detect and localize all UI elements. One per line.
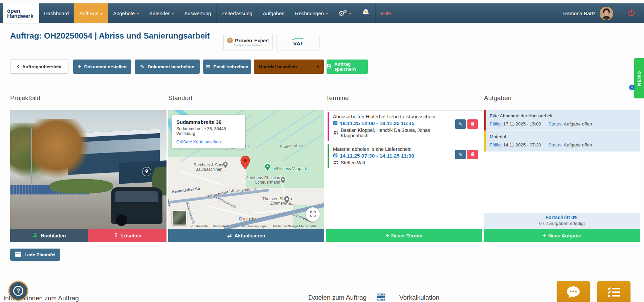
- files-stack-icon: [377, 294, 385, 302]
- aufgaben-panel: Bitte Abnahme der Abrissarbeit Fällig: 1…: [484, 110, 640, 242]
- new-termin-button[interactable]: + Neuer Termin: [326, 229, 482, 242]
- plus-icon: +: [543, 233, 546, 239]
- status-value: Aufgabe offen: [564, 142, 592, 147]
- termin-item: Abrissarbeiten Hinterhof siehe Leistungs…: [328, 112, 481, 141]
- caret-down-icon: ▾: [326, 11, 328, 16]
- map-gray-pin-icon[interactable]: [280, 177, 286, 186]
- notification-count-badge: 30: [364, 10, 368, 14]
- map-fullscreen-button[interactable]: [306, 207, 320, 222]
- google-map[interactable]: Steekgraben Steekgraben Borchers & Speer…: [168, 110, 324, 229]
- map-terms-link[interactable]: Nutzungsbedingungen: [235, 224, 267, 228]
- trash-icon: [113, 233, 118, 239]
- order-overview-button[interactable]: ‹ Auftragsübersicht: [10, 60, 68, 74]
- aufgaben-list: Bitte Abnahme der Abrissarbeit Fällig: 1…: [484, 110, 640, 229]
- page: ŏpen Handwerk Dashboard Aufträge ▾ Angeb…: [0, 0, 644, 302]
- nav-item-auftraege[interactable]: Aufträge ▾: [74, 3, 108, 23]
- refresh-icon: ⇄: [227, 232, 231, 239]
- refresh-map-button[interactable]: ⇄ Aktualisieren: [168, 229, 324, 242]
- nav-item-angebote[interactable]: Angebote ▾: [108, 3, 144, 23]
- vai-swoosh-icon: [292, 38, 304, 41]
- aufgabe-item[interactable]: Material Fällig: 14.11.2025 - 07:30 Stat…: [484, 131, 640, 152]
- envelope-icon: ✉: [206, 64, 210, 70]
- page-title: Auftrag: OH20250054 | Abriss und Sanieru…: [10, 31, 210, 41]
- map-data-link[interactable]: Kartendaten: [213, 224, 230, 228]
- google-logo[interactable]: Google: [239, 216, 256, 222]
- nav-item-zeiterfassung[interactable]: Zeiterfassung: [217, 3, 258, 23]
- caret-down-icon: ▾: [172, 11, 174, 16]
- pencil-icon: ✎: [459, 121, 463, 127]
- aufgabe-item[interactable]: Bitte Abnahme der Abrissarbeit Fällig: 1…: [484, 110, 640, 131]
- map-red-marker-icon[interactable]: [240, 156, 250, 171]
- section-tab-vorkalkulation[interactable]: Vorkalkulation: [399, 294, 439, 301]
- user-name: Ramona Bartz: [563, 10, 596, 16]
- edit-document-button[interactable]: ✎ Dokument bearbeiten: [135, 60, 200, 74]
- nav-item-hilfe[interactable]: Hilfe: [376, 3, 396, 23]
- arrow-down-icon: ▼: [631, 86, 634, 89]
- caret-down-icon: ▾: [137, 11, 139, 16]
- settings-menu[interactable]: ⚙⚙ ▾: [333, 3, 357, 23]
- write-email-button[interactable]: ✉ Email schreiben: [203, 60, 251, 74]
- upload-photo-button[interactable]: Hochladen: [10, 229, 88, 242]
- map-larger-map-link[interactable]: Größere Karte ansehen: [176, 140, 241, 144]
- project-photo: Hochladen Löschen: [10, 110, 166, 242]
- termin-people: Steffen Witt: [341, 160, 365, 165]
- app-logo[interactable]: ŏpen Handwerk: [3, 3, 39, 23]
- map-green-pin-icon[interactable]: [264, 163, 271, 173]
- section-tab-dateien[interactable]: Dateien zum Auftrag: [308, 294, 367, 301]
- notifications-bell[interactable]: 30: [356, 3, 376, 23]
- map-satellite-toggle[interactable]: [172, 210, 187, 225]
- progress-label: Fortschritt 0%: [484, 215, 640, 220]
- load-plantafel-button[interactable]: Lade Plantafel: [10, 249, 60, 261]
- chat-button[interactable]: [557, 281, 590, 302]
- scroll-down-circle-button[interactable]: ▼: [629, 85, 635, 90]
- edit-termin-button[interactable]: ✎: [455, 150, 466, 159]
- map-pin-icon: [145, 169, 149, 175]
- termin-people: Bastian Klöppel, Hendrik Da Sousa, Jonas…: [341, 127, 452, 138]
- create-document-button[interactable]: + Dokument erstellen: [73, 60, 131, 74]
- progress-detail: 0 / 2 Aufgaben erledigt: [484, 221, 640, 226]
- nav-item-kalender[interactable]: Kalender ▾: [144, 3, 179, 23]
- map-street-label: Helmstedter Str.: [172, 186, 202, 194]
- map-gray-pin-icon[interactable]: [222, 161, 228, 170]
- save-order-button[interactable]: Auftrag speichern: [327, 60, 368, 74]
- map-report-error-link[interactable]: Fehler bei Google Maps melden: [273, 224, 318, 228]
- checklist-button[interactable]: [597, 281, 630, 302]
- edit-termin-button[interactable]: ✎: [455, 119, 466, 129]
- nav-item-dashboard[interactable]: Dashboard: [39, 3, 74, 23]
- delete-termin-button[interactable]: [467, 119, 478, 129]
- aufgaben-heading: Aufgaben: [484, 94, 511, 102]
- news-side-tab[interactable]: NEWS: [634, 58, 644, 98]
- aufgabe-title: Bitte Abnahme der Abrissarbeit: [490, 113, 636, 118]
- vai-badge[interactable]: VAI: [276, 34, 319, 50]
- proven-expert-badge[interactable]: ✓ Proven Expert So empfiehlt man sich he…: [223, 34, 273, 50]
- avatar[interactable]: [600, 7, 613, 20]
- help-button[interactable]: ?: [8, 281, 28, 301]
- new-aufgabe-button[interactable]: + Neue Aufgabe: [484, 229, 640, 242]
- photo-bush-shape: [50, 179, 113, 193]
- projektbild-panel: Hochladen Löschen: [10, 110, 166, 242]
- status-value: Aufgabe offen: [564, 121, 592, 126]
- pencil-icon: ✎: [140, 64, 145, 70]
- nav-item-aufgaben[interactable]: Aufgaben: [258, 3, 290, 23]
- caret-down-icon: ▾: [317, 64, 319, 69]
- check-icon: ✓: [227, 38, 233, 43]
- nav-item-auswertung[interactable]: Auswertung: [179, 3, 216, 23]
- nav-item-rechnungen[interactable]: Rechnungen ▾: [290, 3, 333, 23]
- logout-power-button[interactable]: [619, 9, 644, 18]
- photo-location-pin-button[interactable]: [142, 167, 151, 176]
- map-street-label: Lindenstraße: [215, 195, 237, 209]
- map-street-label: Mühlenbusch: [185, 201, 196, 224]
- material-order-select[interactable]: Material bestellen ▾: [254, 60, 324, 74]
- map-gray-pin-icon[interactable]: [283, 195, 290, 206]
- delete-termin-button[interactable]: [467, 150, 478, 159]
- aufgabe-title: Material: [490, 134, 636, 139]
- question-mark-icon: ?: [13, 286, 23, 296]
- termin-item: Material abholen, siehe Lieferschein 14.…: [328, 144, 481, 168]
- calendar-icon: [333, 120, 338, 126]
- top-navbar: ŏpen Handwerk Dashboard Aufträge ▾ Angeb…: [0, 3, 644, 23]
- board-icon: [15, 252, 21, 258]
- aufgaben-progress: Fortschritt 0% 0 / 2 Aufgaben erledigt: [484, 213, 640, 229]
- map-shortcuts-link[interactable]: Kurzbefehle: [191, 224, 208, 228]
- delete-photo-button[interactable]: Löschen: [88, 229, 166, 242]
- termin-title: Abrissarbeiten Hinterhof siehe Leistungs…: [333, 114, 452, 119]
